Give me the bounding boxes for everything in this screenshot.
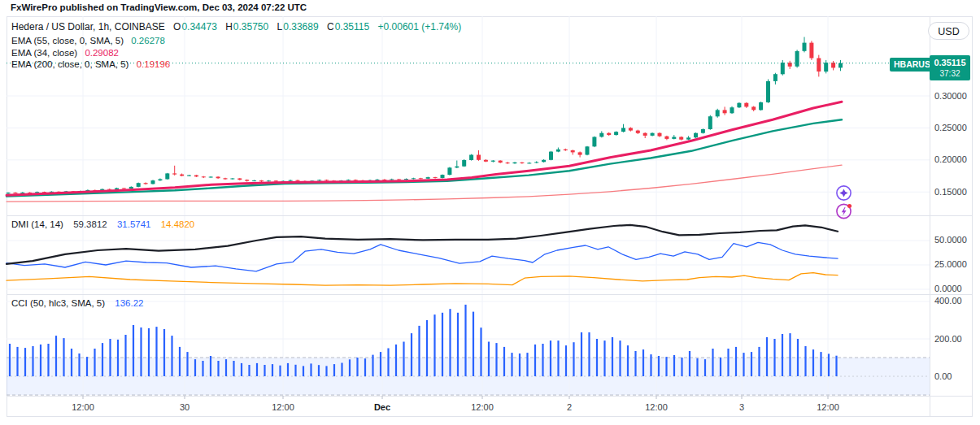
ohlc-low-value: 0.33689 [283,21,318,33]
candle-body [259,180,264,181]
cci-bar [581,332,582,376]
cci-bar [751,352,752,376]
cci-bar [333,364,335,376]
candle-body [744,103,748,107]
candle-body [115,189,119,190]
cci-bar [63,338,64,376]
candle-body [224,178,228,179]
cci-bar [356,358,358,376]
dmi-line-di [7,242,838,271]
cci-bar [689,351,690,376]
indicator-row-cci[interactable]: CCI (50, hlc3, SMA, 5) 136.22 [11,297,143,309]
cci-bar [217,361,219,376]
ema34-value: 0.29082 [85,48,119,58]
candle-body [194,176,198,177]
candle-body [636,131,640,133]
cci-bar [619,340,621,376]
candle-body [751,106,756,110]
candle-body [614,132,618,135]
indicator-row-dmi[interactable]: DMI (14, 14) 59.3812 31.5741 14.4820 [11,219,194,230]
time-axis-label: 2 [567,402,572,412]
indicator-row-ema55[interactable]: EMA (55, close, 0, SMA, 5) 0.26278 [11,35,461,46]
cci-bar [797,339,799,376]
candle-body [795,51,799,67]
ohlc-close-value: 0.35115 [335,21,370,33]
candle-body [730,107,734,113]
price-axis-label: 0.25000 [934,123,967,132]
ohlc-high-label: H [225,21,233,33]
cci-bar [473,312,474,376]
candle-body [346,180,351,180]
candle-body [122,189,126,189]
plus-button[interactable] [834,184,853,202]
cci-bar [720,358,721,376]
candle-body [527,163,531,163]
symbol-title[interactable]: Hedera / US Dollar, 1h, COINBASE [11,21,165,33]
candle-body [564,150,568,150]
cci-bar [124,335,126,376]
cci-bar [712,349,713,376]
candle-body [803,43,807,51]
cci-bar [627,345,629,376]
cci-bar [102,343,103,376]
candle-body [404,179,408,180]
candle-body [245,180,249,180]
tradingview-published-chart: FxWirePro published on TradingView.com, … [0,0,980,425]
candle-body [651,133,655,136]
ohlc-open-value: 0.34473 [181,21,216,33]
candle-body [455,167,459,168]
candle-body [469,155,473,161]
last-price-value: 0.35115 [930,56,970,69]
candle-body [571,150,575,152]
candle-body [317,180,321,180]
cci-bar [272,364,273,376]
cci-bar [155,327,157,376]
candle-body [180,175,184,176]
flash-button[interactable] [834,202,856,221]
candle-body [578,152,582,154]
price-axis-label: 0.30000 [934,91,967,101]
cci-bar [163,329,165,376]
cci-bar [789,333,791,376]
candle-body [237,179,242,180]
candle-body [520,163,524,163]
cci-bar [32,346,33,376]
time-axis-label: 12:00 [272,402,294,412]
cci-bar [179,347,181,376]
candle-body [187,176,191,176]
dmi-name: DMI (14, 14) [11,219,63,229]
cci-bar [380,352,381,376]
price-axis-label: 0.15000 [934,187,967,197]
candle-body [817,59,821,72]
candle-body [556,150,560,152]
cci-bar [812,349,814,376]
cci-bar [782,334,783,376]
candle-body [679,137,683,140]
cci-bar [612,337,613,376]
cci-bar [442,313,443,376]
candle-body [172,173,176,174]
candle-body [426,177,430,179]
indicator-row-ema34[interactable]: EMA (34, close) 0.29082 [11,47,461,59]
cci-bar [650,354,651,376]
cci-bar [55,336,57,376]
cci-bar [727,349,729,376]
price-axis-label: 400.00 [934,296,962,306]
candle-body [13,193,17,193]
symbol-legend-row[interactable]: Hedera / US Dollar, 1h, COINBASE O0.3447… [11,21,461,33]
cci-bar [148,328,150,376]
cci-bar [804,346,806,376]
bar-countdown: 37:32 [930,69,970,79]
cci-bar [426,320,428,376]
indicator-row-ema200[interactable]: EMA (200, close, 0, SMA, 5) 0.19196 [11,59,461,70]
cci-name: CCI (50, hlc3, SMA, 5) [11,298,105,308]
cci-bar [634,351,636,376]
cci-bar [233,361,234,376]
cci-bar [349,359,351,376]
cci-bar [372,355,373,377]
candle-body [499,161,503,163]
time-axis-label: 12:00 [471,402,494,412]
candle-body [390,180,394,180]
currency-usd-button[interactable]: USD [928,22,969,40]
candle-body [433,177,438,178]
